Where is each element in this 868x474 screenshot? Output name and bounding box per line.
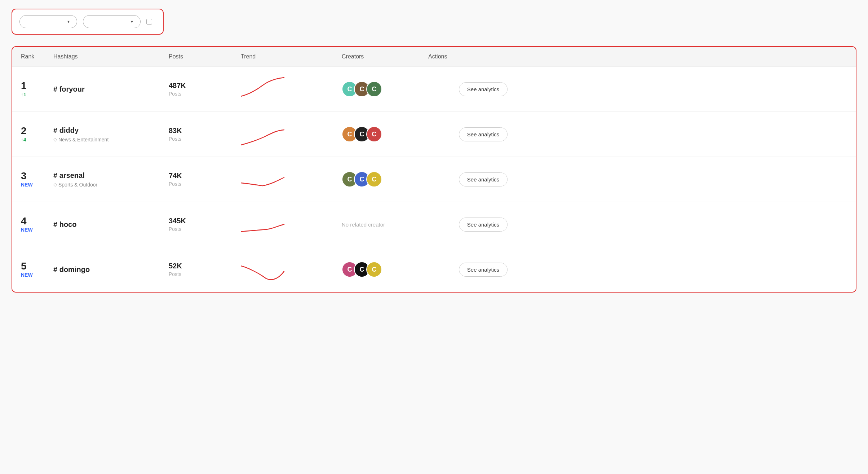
- date-range-dropdown[interactable]: ▾: [83, 15, 141, 28]
- rank-cell: 4 NEW: [21, 216, 53, 233]
- creators-cell: No related creator: [342, 221, 428, 228]
- trend-cell: [241, 120, 342, 149]
- posts-label: Posts: [169, 271, 241, 277]
- see-analytics-button[interactable]: See analytics: [459, 172, 508, 186]
- hashtag-name: # foryour: [53, 85, 169, 93]
- creator-avatar-2: C: [366, 81, 382, 97]
- see-analytics-button[interactable]: See analytics: [459, 82, 508, 96]
- rank-cell: 5 NEW: [21, 261, 53, 278]
- posts-cell: 52K Posts: [169, 262, 241, 277]
- rank-change: ↑1: [21, 92, 26, 97]
- avatar-stack: CCC: [342, 262, 382, 277]
- rank-number: 3: [21, 171, 27, 181]
- avatar-stack: CCC: [342, 81, 382, 97]
- see-analytics-button[interactable]: See analytics: [459, 127, 508, 141]
- hashtag-name: # domingo: [53, 265, 169, 274]
- trend-cell: [241, 75, 342, 104]
- trend-sparkline: [241, 210, 288, 239]
- hashtag-cell: # hoco: [53, 220, 169, 229]
- new-top-100-checkbox-wrap[interactable]: [146, 19, 156, 25]
- rank-change: NEW: [21, 182, 33, 188]
- avatar-stack: CCC: [342, 171, 382, 187]
- new-top-100-checkbox[interactable]: [146, 19, 152, 25]
- hashtag-name: # hoco: [53, 220, 169, 229]
- posts-count: 487K: [169, 82, 241, 90]
- filter-bar: ▾ ▾: [12, 9, 164, 35]
- table-row: 1 ↑1 # foryour 487K Posts CCC See analyt…: [12, 67, 856, 112]
- rank-number: 4: [21, 216, 27, 226]
- see-analytics-button[interactable]: See analytics: [459, 263, 508, 277]
- posts-count: 52K: [169, 262, 241, 270]
- trend-sparkline: [241, 165, 288, 194]
- no-creator-text: No related creator: [342, 221, 385, 228]
- trend-sparkline: [241, 75, 288, 104]
- posts-count: 345K: [169, 217, 241, 225]
- creator-avatar-2: C: [366, 171, 382, 187]
- table-row: 2 ↑4 # diddy ◇News & Entertainment 83K P…: [12, 112, 856, 157]
- posts-cell: 74K Posts: [169, 172, 241, 187]
- col-hashtags: Hashtags: [53, 53, 169, 60]
- tag-icon: ◇: [53, 182, 57, 187]
- rank-number: 1: [21, 81, 27, 91]
- hashtag-name: # arsenal: [53, 171, 169, 180]
- posts-count: 83K: [169, 127, 241, 135]
- hashtag-cell: # foryour: [53, 85, 169, 93]
- col-creators: Creators: [342, 53, 428, 60]
- creators-cell: CCC: [342, 126, 428, 142]
- table-body: 1 ↑1 # foryour 487K Posts CCC See analyt…: [12, 67, 856, 292]
- rank-cell: 2 ↑4: [21, 126, 53, 142]
- posts-cell: 83K Posts: [169, 127, 241, 142]
- rank-cell: 3 NEW: [21, 171, 53, 188]
- rank-change: ↑4: [21, 137, 26, 142]
- table-row: 3 NEW # arsenal ◇Sports & Outdoor 74K Po…: [12, 157, 856, 202]
- trend-cell: [241, 165, 342, 194]
- posts-cell: 345K Posts: [169, 217, 241, 232]
- trend-cell: [241, 210, 342, 239]
- creators-cell: CCC: [342, 81, 428, 97]
- col-posts: Posts: [169, 53, 241, 60]
- industry-dropdown[interactable]: ▾: [19, 15, 77, 28]
- avatar-stack: CCC: [342, 126, 382, 142]
- hashtag-name: # diddy: [53, 126, 169, 135]
- posts-label: Posts: [169, 136, 241, 142]
- posts-label: Posts: [169, 181, 241, 187]
- table-header: Rank Hashtags Posts Trend Creators Actio…: [12, 47, 856, 67]
- creator-avatar-2: C: [366, 262, 382, 277]
- rank-cell: 1 ↑1: [21, 81, 53, 97]
- creator-avatar-2: C: [366, 126, 382, 142]
- see-analytics-button[interactable]: See analytics: [459, 218, 508, 232]
- hashtag-category: ◇Sports & Outdoor: [53, 182, 169, 188]
- hashtag-cell: # domingo: [53, 265, 169, 274]
- posts-label: Posts: [169, 91, 241, 97]
- trend-cell: [241, 255, 342, 284]
- posts-label: Posts: [169, 226, 241, 232]
- table-row: 5 NEW # domingo 52K Posts CCC See analyt…: [12, 247, 856, 292]
- date-range-chevron-icon: ▾: [131, 19, 133, 24]
- rank-change: NEW: [21, 272, 33, 278]
- hashtag-category: ◇News & Entertainment: [53, 137, 169, 142]
- rank-number: 5: [21, 261, 27, 271]
- col-trend: Trend: [241, 53, 342, 60]
- rank-change: NEW: [21, 227, 33, 233]
- actions-cell: See analytics: [428, 172, 508, 186]
- posts-count: 74K: [169, 172, 241, 180]
- col-actions: Actions: [428, 53, 508, 60]
- actions-cell: See analytics: [428, 127, 508, 141]
- actions-cell: See analytics: [428, 218, 508, 232]
- creators-cell: CCC: [342, 171, 428, 187]
- tag-icon: ◇: [53, 137, 57, 142]
- table-row: 4 NEW # hoco 345K Posts No related creat…: [12, 202, 856, 247]
- rank-number: 2: [21, 126, 27, 136]
- trend-sparkline: [241, 120, 288, 149]
- hashtag-cell: # arsenal ◇Sports & Outdoor: [53, 171, 169, 188]
- actions-cell: See analytics: [428, 82, 508, 96]
- col-rank: Rank: [21, 53, 53, 60]
- hashtag-cell: # diddy ◇News & Entertainment: [53, 126, 169, 142]
- actions-cell: See analytics: [428, 263, 508, 277]
- creators-cell: CCC: [342, 262, 428, 277]
- hashtag-table: Rank Hashtags Posts Trend Creators Actio…: [12, 46, 856, 293]
- trend-sparkline: [241, 255, 288, 284]
- posts-cell: 487K Posts: [169, 82, 241, 97]
- industry-chevron-icon: ▾: [67, 19, 70, 24]
